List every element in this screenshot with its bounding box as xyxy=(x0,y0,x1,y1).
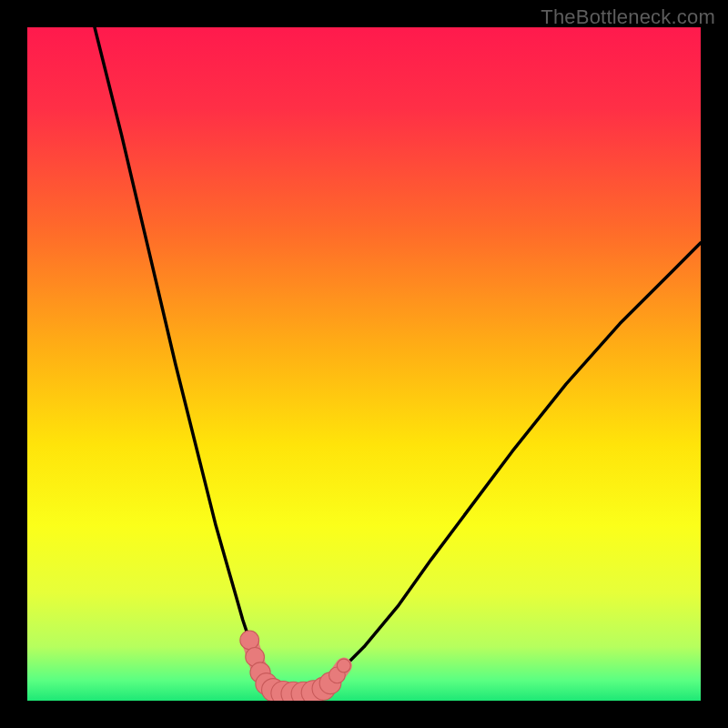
bottleneck-curve xyxy=(95,27,701,694)
watermark-text: TheBottleneck.com xyxy=(541,5,715,29)
plot-area xyxy=(27,27,701,701)
curve-layer xyxy=(27,27,701,701)
chart-frame: TheBottleneck.com xyxy=(0,0,728,728)
marker-dot xyxy=(337,659,350,672)
marker-dot xyxy=(240,631,259,650)
